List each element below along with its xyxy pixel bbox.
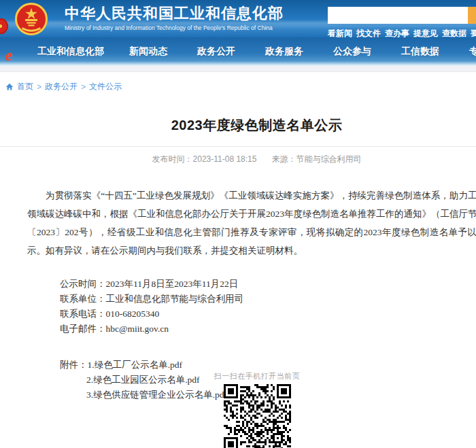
breadcrumb-separator: > — [81, 82, 86, 92]
search-input[interactable] — [328, 7, 468, 24]
title-divider — [0, 146, 476, 147]
article-body: 为贯彻落实《“十四五”工业绿色发展规划》《工业领域碳达峰实施方案》，持续完善绿色… — [0, 186, 476, 402]
page: 中华人民共和国工业和信息化部 Ministry of Industry and … — [0, 0, 476, 402]
main-content: 首页 > 政务公开 > 文件公示 2023年度绿色制造名单公示 发布时间：202… — [0, 72, 476, 402]
breadcrumb-gov-open[interactable]: 政务公开 — [45, 81, 78, 92]
qr-code — [224, 384, 291, 448]
breadcrumb-home[interactable]: 首页 — [17, 81, 33, 92]
publish-time-label: 发布时间： — [152, 154, 193, 164]
article-paragraph: 为贯彻落实《“十四五”工业绿色发展规划》《工业领域碳达峰实施方案》，持续完善绿色… — [27, 186, 476, 260]
attachments-label: 附件： — [60, 360, 88, 370]
site-title: 中华人民共和国工业和信息化部 Ministry of Industry and … — [65, 5, 284, 31]
nav-item-home[interactable]: 工业和信息化部 — [37, 46, 104, 58]
nav-item-gov-open[interactable]: 政务公开 — [197, 46, 235, 58]
site-title-cn: 中华人民共和国工业和信息化部 — [65, 5, 284, 22]
breadcrumb-separator: > — [37, 82, 41, 92]
source-value: 节能与综合利用司 — [296, 154, 361, 164]
nav-divider-band — [0, 66, 476, 72]
contact-details: 公示时间：2023年11月8日至2023年11月22日 联系单位：工业和信息化部… — [60, 277, 476, 337]
breadcrumb: 首页 > 政务公开 > 文件公示 — [0, 72, 476, 92]
attachment-link-2[interactable]: 2.绿色工业园区公示名单.pdf — [86, 375, 200, 385]
nav-item-news[interactable]: 新闻动态 — [129, 46, 167, 58]
site-header: 中华人民共和国工业和信息化部 Ministry of Industry and … — [0, 0, 476, 37]
detail-contact-unit: 联系单位：工业和信息化部节能与综合利用司 — [60, 292, 476, 307]
qr-caption: 扫一扫在手机打开当前页 — [206, 371, 308, 381]
emblem-edge-fragment — [0, 17, 9, 35]
nav-item-special[interactable]: 专题 — [469, 46, 476, 58]
home-icon — [5, 83, 14, 91]
breadcrumb-current[interactable]: 文件公示 — [89, 81, 122, 92]
main-nav: e 工业和信息化部 新闻动态 政务公开 政务服务 公众参与 工信数据 专题 — [0, 37, 476, 66]
publish-time: 2023-11-08 18:15 — [193, 154, 257, 164]
attachment-link-1[interactable]: 1.绿色工厂公示名单.pdf — [88, 360, 183, 370]
nav-item-participation[interactable]: 公众参与 — [333, 46, 371, 58]
national-emblem-icon — [15, 3, 48, 35]
detail-contact-phone: 联系电话：010-68205340 — [60, 307, 476, 322]
nav-item-data[interactable]: 工信数据 — [401, 46, 439, 58]
detail-contact-email: 电子邮件：hbc@miit.gov.cn — [60, 322, 476, 337]
article-meta: 发布时间：2023-11-08 18:15来源：节能与综合利用司 — [0, 154, 476, 165]
source-label: 来源： — [271, 154, 296, 164]
gov-e-logo-icon: e — [2, 48, 16, 64]
detail-public-period: 公示时间：2023年11月8日至2023年11月22日 — [60, 277, 476, 292]
page-title: 2023年度绿色制造名单公示 — [0, 116, 476, 135]
site-title-en: Ministry of Industry and Information Tec… — [65, 24, 284, 31]
nav-item-gov-service[interactable]: 政务服务 — [265, 46, 303, 58]
search-area: 看新闻 找文件 查办事 提意见 查数据 要投诉 — [328, 7, 476, 39]
search-button[interactable] — [468, 7, 476, 24]
qr-section: 扫一扫在手机打开当前页 — [206, 371, 308, 448]
